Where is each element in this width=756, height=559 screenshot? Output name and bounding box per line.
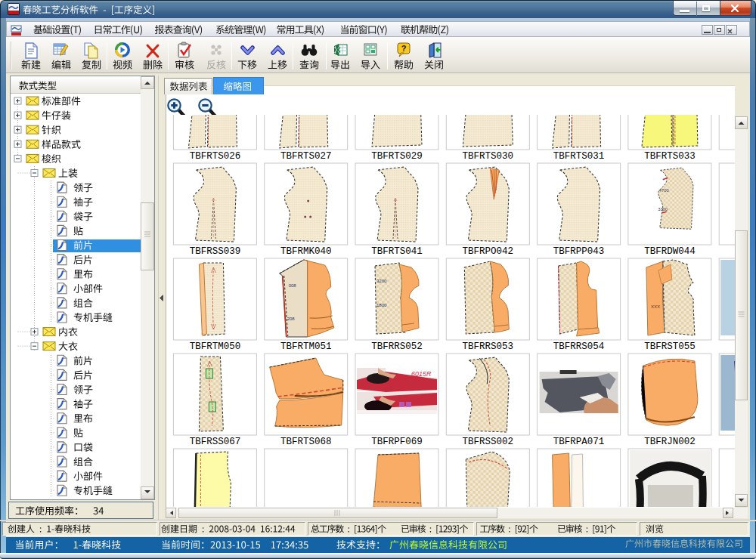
svg-text:1800: 1800 — [376, 303, 387, 307]
svg-text:6015R: 6015R — [411, 370, 432, 378]
svg-text:008: 008 — [289, 283, 297, 288]
svg-text:XXX: XXX — [651, 304, 660, 309]
svg-text:208: 208 — [287, 317, 296, 321]
svg-text:3200: 3200 — [376, 279, 387, 283]
svg-text:?: ? — [401, 44, 407, 53]
svg-text:4700: 4700 — [659, 188, 669, 193]
svg-text:3300: 3300 — [658, 207, 668, 212]
